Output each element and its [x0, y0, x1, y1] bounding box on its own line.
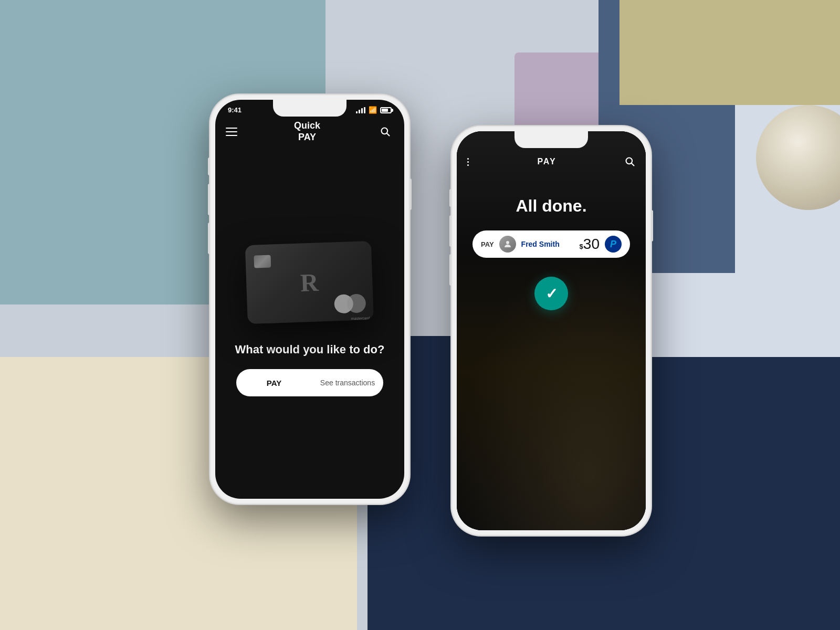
mastercard-right-circle: [346, 293, 366, 313]
payment-amount: $30: [580, 236, 600, 253]
app-title-line1: Quick: [294, 120, 320, 132]
avatar-person-icon: [503, 239, 512, 249]
phone1-notch: [273, 100, 346, 117]
card-area: R mastercard. What would you like to do?…: [215, 151, 404, 499]
recipient-name: Fred Smith: [521, 240, 574, 248]
phone2-power-button: [651, 210, 653, 242]
phone2-screen: PAY All done. PAY: [457, 131, 646, 530]
phone2-volume-up-button: [449, 215, 452, 247]
phone1-volume-down-button: [208, 223, 210, 254]
all-done-heading: All done.: [516, 196, 586, 216]
hamburger-line-1: [226, 128, 237, 129]
phone1-power-button: [410, 178, 412, 210]
dot-2: [467, 161, 469, 163]
svg-line-3: [632, 163, 634, 166]
app-title-line2: PAY: [294, 132, 320, 143]
phone2-page-title: PAY: [537, 157, 556, 166]
mastercard-label: mastercard.: [351, 316, 371, 320]
see-transactions-button[interactable]: See transactions: [312, 369, 383, 396]
phone1-screen-frame: 9:41 📶: [215, 100, 404, 499]
phone1-screen: 9:41 📶: [215, 100, 404, 499]
hamburger-line-3: [226, 135, 237, 136]
app-title: Quick PAY: [294, 120, 320, 143]
pill-pay-label: PAY: [481, 240, 494, 248]
phone2-screen-frame: PAY All done. PAY: [457, 131, 646, 530]
phone-quick-pay: 9:41 📶: [210, 94, 410, 504]
menu-button[interactable]: [226, 128, 237, 136]
phone2-volume-down-button: [449, 254, 452, 286]
phone2-notch: [514, 131, 588, 148]
hamburger-line-2: [226, 131, 237, 132]
phone1-time: 9:41: [228, 106, 242, 114]
action-toggle: PAY See transactions: [236, 369, 383, 396]
card-chip: [254, 255, 271, 268]
payment-summary-pill: PAY Fred Smith $30 P: [472, 230, 630, 258]
svg-line-1: [387, 133, 390, 136]
battery-icon: [380, 107, 392, 113]
phone1-volume-up-button: [208, 184, 210, 215]
search-button[interactable]: [377, 123, 394, 140]
card-brand-letter: R: [300, 268, 319, 297]
battery-fill: [382, 109, 388, 112]
phone2-mute-button: [449, 189, 452, 207]
phone1-status-icons: 📶: [356, 106, 392, 114]
phone2-content: All done. PAY Fred Smith $30: [457, 175, 646, 530]
pay-button[interactable]: PAY: [238, 371, 310, 394]
phones-container: 9:41 📶: [0, 0, 840, 630]
search-icon: [380, 127, 391, 137]
menu-dots-icon[interactable]: [467, 158, 469, 166]
dot-1: [467, 158, 469, 160]
wifi-icon: 📶: [369, 106, 377, 114]
dollar-sign: $: [580, 243, 583, 250]
svg-point-4: [506, 241, 509, 244]
mastercard-logo: [334, 293, 366, 313]
search-icon-phone2[interactable]: [625, 156, 635, 167]
dot-3: [467, 164, 469, 166]
phone1-top-nav: Quick PAY: [215, 116, 404, 151]
signal-icon: [356, 107, 365, 113]
amount-value: 30: [583, 236, 600, 252]
recipient-avatar: [499, 236, 516, 253]
success-check-circle: ✓: [534, 277, 568, 310]
paypal-logo: P: [605, 236, 622, 253]
question-text: What would you like to do?: [235, 343, 385, 356]
paypal-icon: P: [610, 239, 616, 250]
phone1-mute-button: [208, 158, 210, 175]
checkmark-icon: ✓: [545, 285, 558, 302]
credit-card: R mastercard.: [245, 241, 374, 324]
phone-all-done: PAY All done. PAY: [452, 126, 651, 536]
